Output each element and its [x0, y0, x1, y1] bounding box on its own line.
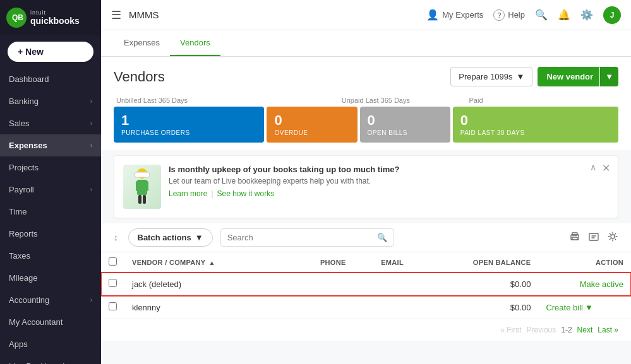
stat-card-paid[interactable]: 0 PAID LAST 30 DAYS [453, 107, 618, 143]
sidebar-item-projects[interactable]: Projects [0, 156, 101, 179]
vendors-actions: Prepare 1099s ▼ New vendor ▼ [450, 67, 618, 86]
vendor-balance-cell: $0.00 [430, 296, 538, 319]
sidebar-item-accounting[interactable]: Accounting › [0, 289, 101, 311]
sidebar-item-taxes[interactable]: Taxes [0, 245, 101, 267]
sort-ascending-icon: ▲ [209, 259, 215, 266]
open-balance-header[interactable]: OPEN BALANCE [430, 252, 538, 273]
person-icon: 👤 [426, 9, 439, 21]
page-title: Vendors [114, 69, 165, 85]
previous-page-link[interactable]: Previous [527, 326, 556, 334]
sidebar-item-dashboard[interactable]: Dashboard [0, 68, 101, 90]
phone-header[interactable]: PHONE [313, 252, 373, 273]
logo-intuit-label: intuit [30, 9, 80, 16]
action-header: ACTION [538, 252, 631, 273]
svg-text:QB: QB [12, 13, 23, 22]
search-button[interactable]: 🔍 [535, 9, 548, 21]
close-icon[interactable]: ✕ [602, 162, 610, 174]
print-icon[interactable] [569, 231, 580, 245]
svg-point-13 [611, 235, 615, 238]
table-row: klennny $0.00 Create bill ▼ [101, 296, 631, 319]
chevron-right-icon: › [90, 186, 92, 193]
paid-label: Paid [467, 97, 619, 104]
promo-separator: | [211, 189, 213, 198]
sidebar-item-time[interactable]: Time [0, 201, 101, 223]
sidebar-item-live-bookkeeping[interactable]: Live Bookkeeping [0, 355, 101, 364]
stat-card-open-bills[interactable]: 0 OPEN BILLS [360, 107, 450, 143]
sidebar-item-sales[interactable]: Sales › [0, 112, 101, 134]
sidebar-item-reports[interactable]: Reports [0, 223, 101, 245]
sidebar-item-payroll[interactable]: Payroll › [0, 179, 101, 201]
topbar: ☰ MMMS 👤 My Experts ? Help 🔍 🔔 ⚙️ J [101, 0, 631, 30]
prepare-1099s-button[interactable]: Prepare 1099s ▼ [450, 67, 532, 86]
page-range: 1-2 [561, 326, 572, 334]
make-active-link[interactable]: Make active [580, 279, 623, 289]
search-input[interactable] [227, 233, 373, 242]
svg-rect-12 [589, 233, 598, 240]
sidebar-item-mileage[interactable]: Mileage [0, 267, 101, 289]
stats-cards: 1 PURCHASE ORDERS 0 OVERDUE 0 OPEN BILLS… [114, 107, 618, 143]
vendor-action-cell: Create bill ▼ [538, 296, 631, 319]
export-icon[interactable] [588, 231, 599, 245]
svg-rect-7 [143, 195, 146, 204]
stats-section: Unbilled Last 365 Days Unpaid Last 365 D… [101, 94, 631, 150]
search-icon: 🔍 [377, 233, 387, 242]
create-bill-link[interactable]: Create bill ▼ [546, 303, 623, 312]
table-header-row: VENDOR / COMPANY ▲ PHONE EMAIL OPEN BALA… [101, 252, 631, 273]
tab-vendors[interactable]: Vendors [170, 30, 220, 56]
vendors-header: Vendors Prepare 1099s ▼ New vendor ▼ [101, 57, 631, 94]
last-page-link[interactable]: Last » [598, 326, 618, 334]
logo-brand-label: quickbooks [30, 16, 80, 26]
promo-links: Learn more | See how it works [169, 189, 608, 198]
table-row: jack (deleted) $0.00 Make active [101, 273, 631, 296]
company-name: MMMS [129, 9, 159, 20]
row-checkbox[interactable] [109, 279, 117, 287]
content-area: Expenses Vendors Vendors Prepare 1099s ▼… [101, 30, 631, 364]
row-checkbox-cell [101, 296, 124, 319]
first-page-link[interactable]: « First [500, 326, 521, 334]
user-avatar[interactable]: J [603, 6, 621, 24]
chevron-right-icon: › [90, 296, 92, 303]
email-header[interactable]: EMAIL [373, 252, 430, 273]
help-button[interactable]: ? Help [493, 9, 525, 21]
vendor-phone-cell [313, 296, 373, 319]
select-all-checkbox[interactable] [109, 257, 117, 266]
select-all-header [101, 252, 124, 273]
row-checkbox[interactable] [109, 302, 117, 310]
batch-actions-button[interactable]: Batch actions ▼ [128, 228, 213, 247]
menu-icon[interactable]: ☰ [111, 8, 121, 22]
stat-card-purchase-orders[interactable]: 1 PURCHASE ORDERS [114, 107, 264, 143]
sidebar-logo: QB intuit quickbooks [0, 0, 101, 35]
unpaid-label: Unpaid Last 365 Days [339, 97, 467, 104]
settings-button[interactable]: ⚙️ [580, 9, 593, 21]
notifications-button[interactable]: 🔔 [558, 9, 570, 21]
sort-icon: ↕ [114, 233, 118, 242]
promo-figure [123, 165, 161, 209]
sidebar-item-expenses[interactable]: Expenses › [0, 134, 101, 156]
promo-title: Is monthly upkeep of your books taking u… [169, 165, 608, 174]
unbilled-label: Unbilled Last 365 Days [114, 97, 339, 104]
tab-expenses[interactable]: Expenses [114, 30, 170, 56]
stat-card-overdue[interactable]: 0 OVERDUE [267, 107, 357, 143]
chevron-right-icon: › [90, 142, 92, 149]
svg-rect-10 [572, 233, 577, 235]
learn-more-link[interactable]: Learn more [169, 189, 207, 198]
vendor-email-cell [373, 296, 430, 319]
vendor-table: VENDOR / COMPANY ▲ PHONE EMAIL OPEN BALA… [101, 252, 631, 319]
settings-icon[interactable] [607, 231, 618, 245]
new-vendor-group: New vendor ▼ [538, 67, 618, 86]
new-vendor-button[interactable]: New vendor [538, 67, 599, 86]
vendor-name-header[interactable]: VENDOR / COMPANY ▲ [124, 252, 313, 273]
new-vendor-dropdown-button[interactable]: ▼ [600, 67, 618, 86]
my-experts-button[interactable]: 👤 My Experts [426, 9, 483, 21]
chevron-right-icon: › [90, 120, 92, 127]
quickbooks-logo-icon: QB [6, 8, 27, 28]
next-page-link[interactable]: Next [577, 326, 593, 334]
sidebar-item-apps[interactable]: Apps [0, 333, 101, 355]
collapse-icon[interactable]: ∧ [590, 162, 596, 172]
new-button[interactable]: + New [8, 42, 93, 62]
sidebar-item-banking[interactable]: Banking › [0, 90, 101, 112]
see-how-it-works-link[interactable]: See how it works [217, 189, 275, 198]
vendor-phone-cell [313, 273, 373, 296]
svg-rect-4 [136, 181, 139, 191]
sidebar-item-my-accountant[interactable]: My Accountant [0, 311, 101, 333]
